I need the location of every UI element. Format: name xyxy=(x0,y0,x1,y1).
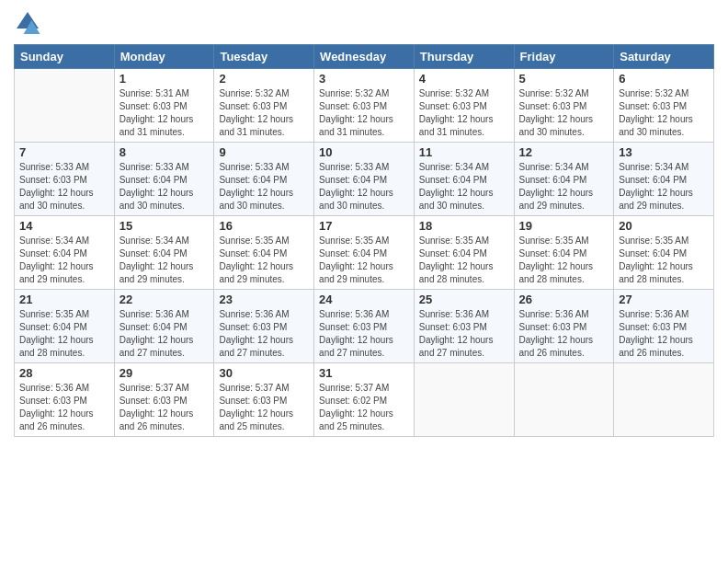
day-info: Sunrise: 5:35 AM Sunset: 6:04 PM Dayligh… xyxy=(619,235,709,286)
day-info: Sunrise: 5:35 AM Sunset: 6:04 PM Dayligh… xyxy=(419,235,509,286)
day-info: Sunrise: 5:36 AM Sunset: 6:03 PM Dayligh… xyxy=(419,308,509,360)
calendar-cell: 13Sunrise: 5:34 AM Sunset: 6:04 PM Dayli… xyxy=(614,143,714,216)
day-info: Sunrise: 5:33 AM Sunset: 6:04 PM Dayligh… xyxy=(219,161,309,213)
day-number: 16 xyxy=(219,219,309,233)
day-info: Sunrise: 5:37 AM Sunset: 6:03 PM Dayligh… xyxy=(219,382,309,433)
day-number: 11 xyxy=(419,145,509,159)
day-number: 20 xyxy=(619,219,709,233)
day-number: 1 xyxy=(119,72,210,86)
day-number: 22 xyxy=(119,293,210,306)
calendar-week-4: 21Sunrise: 5:35 AM Sunset: 6:04 PM Dayli… xyxy=(15,290,714,363)
day-number: 7 xyxy=(19,145,109,159)
calendar-header-thursday: Thursday xyxy=(414,45,514,69)
calendar-cell: 22Sunrise: 5:36 AM Sunset: 6:04 PM Dayli… xyxy=(114,290,214,363)
day-number: 13 xyxy=(619,145,709,159)
day-number: 2 xyxy=(219,72,309,86)
day-number: 23 xyxy=(219,293,309,306)
day-info: Sunrise: 5:37 AM Sunset: 6:03 PM Dayligh… xyxy=(119,382,210,433)
calendar-cell: 11Sunrise: 5:34 AM Sunset: 6:04 PM Dayli… xyxy=(414,143,514,216)
calendar-header-sunday: Sunday xyxy=(15,45,115,69)
day-info: Sunrise: 5:35 AM Sunset: 6:04 PM Dayligh… xyxy=(19,308,109,360)
calendar-cell xyxy=(15,69,115,143)
calendar-cell: 3Sunrise: 5:32 AM Sunset: 6:03 PM Daylig… xyxy=(314,69,415,143)
calendar-cell: 14Sunrise: 5:34 AM Sunset: 6:04 PM Dayli… xyxy=(15,216,115,290)
calendar-cell: 28Sunrise: 5:36 AM Sunset: 6:03 PM Dayli… xyxy=(15,363,115,437)
calendar-cell: 9Sunrise: 5:33 AM Sunset: 6:04 PM Daylig… xyxy=(214,143,314,216)
day-info: Sunrise: 5:32 AM Sunset: 6:03 PM Dayligh… xyxy=(219,87,309,139)
calendar-header-tuesday: Tuesday xyxy=(214,45,314,69)
day-info: Sunrise: 5:32 AM Sunset: 6:03 PM Dayligh… xyxy=(419,87,509,139)
day-number: 4 xyxy=(419,72,509,86)
svg-marker-0 xyxy=(17,12,39,29)
day-info: Sunrise: 5:32 AM Sunset: 6:03 PM Dayligh… xyxy=(519,87,609,139)
logo xyxy=(14,9,45,37)
calendar-week-5: 28Sunrise: 5:36 AM Sunset: 6:03 PM Dayli… xyxy=(15,363,714,437)
calendar-cell: 20Sunrise: 5:35 AM Sunset: 6:04 PM Dayli… xyxy=(614,216,714,290)
day-number: 25 xyxy=(419,293,509,306)
calendar-cell: 24Sunrise: 5:36 AM Sunset: 6:03 PM Dayli… xyxy=(314,290,415,363)
day-number: 5 xyxy=(519,72,609,86)
calendar-cell: 10Sunrise: 5:33 AM Sunset: 6:04 PM Dayli… xyxy=(314,143,415,216)
day-number: 8 xyxy=(119,145,210,159)
day-info: Sunrise: 5:32 AM Sunset: 6:03 PM Dayligh… xyxy=(319,87,409,139)
day-number: 18 xyxy=(419,219,509,233)
day-info: Sunrise: 5:36 AM Sunset: 6:03 PM Dayligh… xyxy=(319,308,409,360)
logo-icon xyxy=(14,9,41,37)
day-info: Sunrise: 5:31 AM Sunset: 6:03 PM Dayligh… xyxy=(119,87,210,139)
day-info: Sunrise: 5:33 AM Sunset: 6:04 PM Dayligh… xyxy=(319,161,409,213)
calendar-cell: 5Sunrise: 5:32 AM Sunset: 6:03 PM Daylig… xyxy=(514,69,614,143)
day-number: 26 xyxy=(519,293,609,306)
calendar-cell: 12Sunrise: 5:34 AM Sunset: 6:04 PM Dayli… xyxy=(514,143,614,216)
day-number: 17 xyxy=(319,219,409,233)
day-number: 6 xyxy=(619,72,709,86)
day-number: 15 xyxy=(119,219,210,233)
day-info: Sunrise: 5:36 AM Sunset: 6:03 PM Dayligh… xyxy=(619,308,709,360)
day-info: Sunrise: 5:36 AM Sunset: 6:03 PM Dayligh… xyxy=(519,308,609,360)
calendar-cell: 30Sunrise: 5:37 AM Sunset: 6:03 PM Dayli… xyxy=(214,363,314,437)
day-info: Sunrise: 5:34 AM Sunset: 6:04 PM Dayligh… xyxy=(19,235,109,286)
calendar-table: SundayMondayTuesdayWednesdayThursdayFrid… xyxy=(14,44,714,437)
calendar-cell xyxy=(514,363,614,437)
calendar-cell: 6Sunrise: 5:32 AM Sunset: 6:03 PM Daylig… xyxy=(614,69,714,143)
day-number: 29 xyxy=(119,366,210,380)
day-info: Sunrise: 5:33 AM Sunset: 6:04 PM Dayligh… xyxy=(119,161,210,213)
day-info: Sunrise: 5:36 AM Sunset: 6:03 PM Dayligh… xyxy=(19,382,109,433)
calendar-header-row: SundayMondayTuesdayWednesdayThursdayFrid… xyxy=(15,45,714,69)
day-info: Sunrise: 5:36 AM Sunset: 6:04 PM Dayligh… xyxy=(119,308,210,360)
day-number: 24 xyxy=(319,293,409,306)
day-number: 12 xyxy=(519,145,609,159)
page-header xyxy=(14,9,714,37)
calendar-cell: 17Sunrise: 5:35 AM Sunset: 6:04 PM Dayli… xyxy=(314,216,415,290)
calendar-cell: 16Sunrise: 5:35 AM Sunset: 6:04 PM Dayli… xyxy=(214,216,314,290)
calendar-cell: 18Sunrise: 5:35 AM Sunset: 6:04 PM Dayli… xyxy=(414,216,514,290)
calendar-header-monday: Monday xyxy=(114,45,214,69)
calendar-week-3: 14Sunrise: 5:34 AM Sunset: 6:04 PM Dayli… xyxy=(15,216,714,290)
day-number: 21 xyxy=(19,293,109,306)
calendar-cell: 23Sunrise: 5:36 AM Sunset: 6:03 PM Dayli… xyxy=(214,290,314,363)
day-number: 19 xyxy=(519,219,609,233)
day-info: Sunrise: 5:34 AM Sunset: 6:04 PM Dayligh… xyxy=(419,161,509,213)
day-number: 14 xyxy=(19,219,109,233)
day-info: Sunrise: 5:34 AM Sunset: 6:04 PM Dayligh… xyxy=(519,161,609,213)
day-info: Sunrise: 5:32 AM Sunset: 6:03 PM Dayligh… xyxy=(619,87,709,139)
calendar-cell: 7Sunrise: 5:33 AM Sunset: 6:03 PM Daylig… xyxy=(15,143,115,216)
calendar-header-friday: Friday xyxy=(514,45,614,69)
calendar-cell: 15Sunrise: 5:34 AM Sunset: 6:04 PM Dayli… xyxy=(114,216,214,290)
day-number: 31 xyxy=(319,366,409,380)
calendar-week-1: 1Sunrise: 5:31 AM Sunset: 6:03 PM Daylig… xyxy=(15,69,714,143)
day-info: Sunrise: 5:36 AM Sunset: 6:03 PM Dayligh… xyxy=(219,308,309,360)
day-info: Sunrise: 5:35 AM Sunset: 6:04 PM Dayligh… xyxy=(319,235,409,286)
calendar-cell: 1Sunrise: 5:31 AM Sunset: 6:03 PM Daylig… xyxy=(114,69,214,143)
calendar-cell: 8Sunrise: 5:33 AM Sunset: 6:04 PM Daylig… xyxy=(114,143,214,216)
day-number: 28 xyxy=(19,366,109,380)
calendar-cell: 29Sunrise: 5:37 AM Sunset: 6:03 PM Dayli… xyxy=(114,363,214,437)
calendar-cell xyxy=(614,363,714,437)
day-info: Sunrise: 5:34 AM Sunset: 6:04 PM Dayligh… xyxy=(119,235,210,286)
calendar-cell: 4Sunrise: 5:32 AM Sunset: 6:03 PM Daylig… xyxy=(414,69,514,143)
calendar-cell: 27Sunrise: 5:36 AM Sunset: 6:03 PM Dayli… xyxy=(614,290,714,363)
day-number: 9 xyxy=(219,145,309,159)
day-info: Sunrise: 5:35 AM Sunset: 6:04 PM Dayligh… xyxy=(519,235,609,286)
day-number: 27 xyxy=(619,293,709,306)
calendar-header-wednesday: Wednesday xyxy=(314,45,415,69)
calendar-cell xyxy=(414,363,514,437)
